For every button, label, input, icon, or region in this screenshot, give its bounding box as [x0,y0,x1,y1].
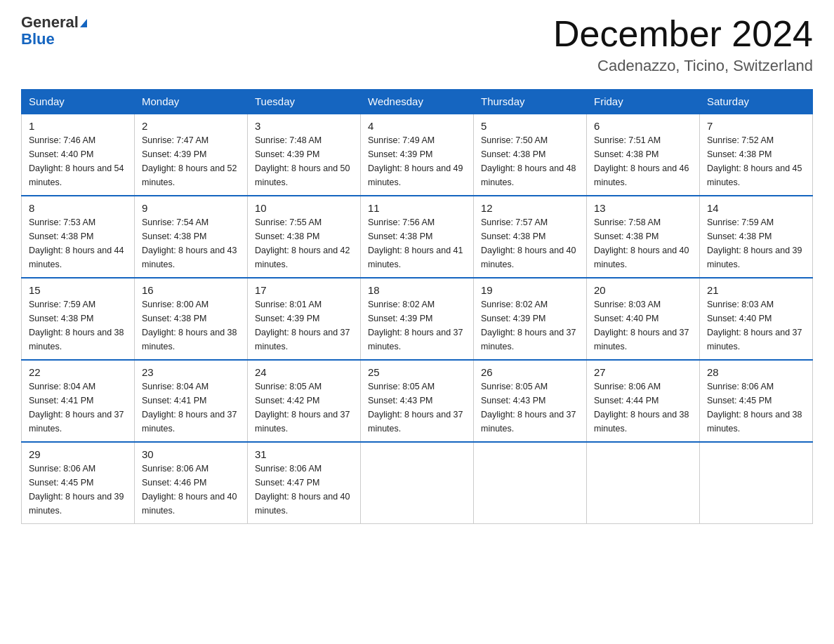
day-number: 26 [481,366,579,378]
day-number: 6 [594,120,692,132]
header-friday: Friday [587,90,700,114]
week-row-5: 29 Sunrise: 8:06 AMSunset: 4:45 PMDaylig… [22,442,813,524]
day-cell: 7 Sunrise: 7:52 AMSunset: 4:38 PMDayligh… [700,114,813,196]
day-info: Sunrise: 7:46 AMSunset: 4:40 PMDaylight:… [29,133,127,189]
page-header: General Blue December 2024 Cadenazzo, Ti… [21,14,813,75]
day-info: Sunrise: 7:59 AMSunset: 4:38 PMDaylight:… [707,215,805,271]
day-info: Sunrise: 8:06 AMSunset: 4:47 PMDaylight:… [255,462,353,518]
day-number: 11 [368,202,466,214]
day-cell: 20 Sunrise: 8:03 AMSunset: 4:40 PMDaylig… [587,278,700,360]
day-cell: 24 Sunrise: 8:05 AMSunset: 4:42 PMDaylig… [248,360,361,442]
day-number: 24 [255,366,353,378]
day-info: Sunrise: 8:04 AMSunset: 4:41 PMDaylight:… [29,380,127,436]
day-number: 28 [707,366,805,378]
day-cell: 11 Sunrise: 7:56 AMSunset: 4:38 PMDaylig… [361,196,474,278]
day-number: 19 [481,284,579,296]
day-info: Sunrise: 8:04 AMSunset: 4:41 PMDaylight:… [142,380,240,436]
day-cell [700,442,813,524]
day-info: Sunrise: 7:51 AMSunset: 4:38 PMDaylight:… [594,133,692,189]
day-number: 31 [255,448,353,460]
day-info: Sunrise: 7:49 AMSunset: 4:39 PMDaylight:… [368,133,466,189]
day-cell: 19 Sunrise: 8:02 AMSunset: 4:39 PMDaylig… [474,278,587,360]
day-info: Sunrise: 7:50 AMSunset: 4:38 PMDaylight:… [481,133,579,189]
day-info: Sunrise: 7:56 AMSunset: 4:38 PMDaylight:… [368,215,466,271]
day-info: Sunrise: 8:02 AMSunset: 4:39 PMDaylight:… [481,297,579,354]
day-info: Sunrise: 7:57 AMSunset: 4:38 PMDaylight:… [481,215,579,271]
day-info: Sunrise: 8:06 AMSunset: 4:44 PMDaylight:… [594,380,692,436]
day-cell: 16 Sunrise: 8:00 AMSunset: 4:38 PMDaylig… [135,278,248,360]
day-info: Sunrise: 7:47 AMSunset: 4:39 PMDaylight:… [142,133,240,189]
day-number: 2 [142,120,240,132]
day-number: 7 [707,120,805,132]
day-info: Sunrise: 8:06 AMSunset: 4:46 PMDaylight:… [142,462,240,518]
day-cell: 10 Sunrise: 7:55 AMSunset: 4:38 PMDaylig… [248,196,361,278]
day-number: 12 [481,202,579,214]
day-cell: 29 Sunrise: 8:06 AMSunset: 4:45 PMDaylig… [22,442,135,524]
day-number: 4 [368,120,466,132]
day-info: Sunrise: 8:05 AMSunset: 4:42 PMDaylight:… [255,380,353,436]
header-sunday: Sunday [22,90,135,114]
day-cell: 25 Sunrise: 8:05 AMSunset: 4:43 PMDaylig… [361,360,474,442]
day-number: 17 [255,284,353,296]
day-cell: 2 Sunrise: 7:47 AMSunset: 4:39 PMDayligh… [135,114,248,196]
day-cell: 9 Sunrise: 7:54 AMSunset: 4:38 PMDayligh… [135,196,248,278]
calendar-body: 1 Sunrise: 7:46 AMSunset: 4:40 PMDayligh… [22,114,813,524]
day-info: Sunrise: 8:03 AMSunset: 4:40 PMDaylight:… [707,297,805,354]
day-number: 13 [594,202,692,214]
header-saturday: Saturday [700,90,813,114]
logo-triangle-icon [80,19,87,27]
day-cell: 31 Sunrise: 8:06 AMSunset: 4:47 PMDaylig… [248,442,361,524]
day-info: Sunrise: 7:52 AMSunset: 4:38 PMDaylight:… [707,133,805,189]
day-number: 20 [594,284,692,296]
day-cell [361,442,474,524]
day-cell: 17 Sunrise: 8:01 AMSunset: 4:39 PMDaylig… [248,278,361,360]
month-title: December 2024 [553,14,813,54]
header-row: SundayMondayTuesdayWednesdayThursdayFrid… [22,90,813,114]
day-cell: 23 Sunrise: 8:04 AMSunset: 4:41 PMDaylig… [135,360,248,442]
day-cell: 14 Sunrise: 7:59 AMSunset: 4:38 PMDaylig… [700,196,813,278]
day-number: 21 [707,284,805,296]
day-cell: 13 Sunrise: 7:58 AMSunset: 4:38 PMDaylig… [587,196,700,278]
day-cell: 1 Sunrise: 7:46 AMSunset: 4:40 PMDayligh… [22,114,135,196]
day-info: Sunrise: 8:01 AMSunset: 4:39 PMDaylight:… [255,297,353,354]
calendar-header: SundayMondayTuesdayWednesdayThursdayFrid… [22,90,813,114]
day-cell: 21 Sunrise: 8:03 AMSunset: 4:40 PMDaylig… [700,278,813,360]
day-info: Sunrise: 7:58 AMSunset: 4:38 PMDaylight:… [594,215,692,271]
day-number: 30 [142,448,240,460]
logo-blue-text: Blue [21,30,55,48]
day-number: 16 [142,284,240,296]
header-tuesday: Tuesday [248,90,361,114]
day-cell: 12 Sunrise: 7:57 AMSunset: 4:38 PMDaylig… [474,196,587,278]
day-info: Sunrise: 7:55 AMSunset: 4:38 PMDaylight:… [255,215,353,271]
day-number: 14 [707,202,805,214]
header-monday: Monday [135,90,248,114]
day-info: Sunrise: 7:59 AMSunset: 4:38 PMDaylight:… [29,297,127,354]
day-cell: 4 Sunrise: 7:49 AMSunset: 4:39 PMDayligh… [361,114,474,196]
day-info: Sunrise: 7:48 AMSunset: 4:39 PMDaylight:… [255,133,353,189]
day-info: Sunrise: 8:05 AMSunset: 4:43 PMDaylight:… [368,380,466,436]
day-cell: 18 Sunrise: 8:02 AMSunset: 4:39 PMDaylig… [361,278,474,360]
title-block: December 2024 Cadenazzo, Ticino, Switzer… [553,14,813,75]
day-number: 18 [368,284,466,296]
day-info: Sunrise: 7:54 AMSunset: 4:38 PMDaylight:… [142,215,240,271]
day-number: 5 [481,120,579,132]
day-cell: 8 Sunrise: 7:53 AMSunset: 4:38 PMDayligh… [22,196,135,278]
day-number: 23 [142,366,240,378]
day-number: 3 [255,120,353,132]
week-row-3: 15 Sunrise: 7:59 AMSunset: 4:38 PMDaylig… [22,278,813,360]
day-cell: 15 Sunrise: 7:59 AMSunset: 4:38 PMDaylig… [22,278,135,360]
header-wednesday: Wednesday [361,90,474,114]
day-info: Sunrise: 8:02 AMSunset: 4:39 PMDaylight:… [368,297,466,354]
day-cell [474,442,587,524]
week-row-1: 1 Sunrise: 7:46 AMSunset: 4:40 PMDayligh… [22,114,813,196]
day-cell: 6 Sunrise: 7:51 AMSunset: 4:38 PMDayligh… [587,114,700,196]
day-number: 29 [29,448,127,460]
day-cell: 26 Sunrise: 8:05 AMSunset: 4:43 PMDaylig… [474,360,587,442]
day-number: 9 [142,202,240,214]
day-info: Sunrise: 8:03 AMSunset: 4:40 PMDaylight:… [594,297,692,354]
day-cell: 30 Sunrise: 8:06 AMSunset: 4:46 PMDaylig… [135,442,248,524]
day-number: 8 [29,202,127,214]
calendar-table: SundayMondayTuesdayWednesdayThursdayFrid… [21,89,813,524]
day-cell: 22 Sunrise: 8:04 AMSunset: 4:41 PMDaylig… [22,360,135,442]
day-number: 27 [594,366,692,378]
